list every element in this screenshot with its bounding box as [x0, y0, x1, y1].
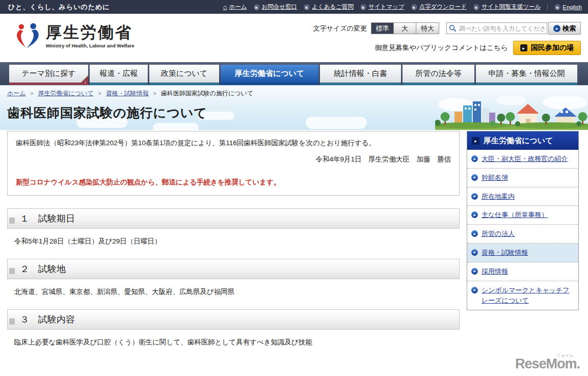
- top-link-label: よくあるご質問: [312, 3, 354, 11]
- search-go-icon: ▶: [553, 25, 560, 32]
- font-size-label: 文字サイズの変更: [313, 24, 367, 33]
- tab-label: 統計情報・白書: [334, 69, 387, 78]
- logo-subtitle: Ministry of Health, Labour and Welfare: [46, 43, 135, 48]
- section-heading-text: １ 試験期日: [20, 212, 75, 225]
- sidebar-item-symbol-mark[interactable]: ▶ シンボルマークとキャッチフレーズについて: [467, 281, 578, 310]
- search-icon: [449, 24, 457, 32]
- search-input[interactable]: [446, 22, 547, 34]
- square-bullet-icon: [9, 268, 15, 274]
- section-heading: １ 試験期日: [7, 208, 460, 229]
- section-heading-text: ３ 試験内容: [20, 313, 75, 326]
- tab-applications[interactable]: 申請・募集・情報公開: [476, 65, 577, 85]
- font-size-buttons: 標準 大 特大: [371, 22, 439, 34]
- sidebar-item-label: 資格・試験情報: [482, 248, 528, 258]
- square-arrow-icon: ▶: [520, 44, 527, 51]
- tab-statistics[interactable]: 統計情報・白書: [320, 65, 401, 85]
- top-link-faq[interactable]: ▶ よくあるご質問: [304, 3, 354, 11]
- public-comment-row: 御意見募集やパブリックコメントはこちら ▶ 国民参加の場: [375, 41, 581, 55]
- top-link-accessibility-tool[interactable]: ▶ サイト閲覧支援ツール: [473, 3, 541, 11]
- sidebar-item-label: 幹部名簿: [482, 173, 508, 183]
- breadcrumb: ホーム ＞ 厚生労働省について ＞ 資格・試験情報 ＞ 歯科医師国家試験の施行に…: [0, 86, 588, 98]
- section-body: 令和5年1月28日（土曜日）及び29日（日曜日）: [14, 237, 460, 246]
- section-heading: ２ 試験地: [7, 259, 460, 279]
- top-link-contact[interactable]: ▶ お問合せ窓口: [254, 3, 298, 11]
- sidebar-item-qualification-info[interactable]: ▶ 資格・試験情報: [467, 244, 578, 262]
- breadcrumb-home[interactable]: ホーム: [7, 89, 26, 98]
- sidebar-item-corporations[interactable]: ▶ 所管の法人: [467, 225, 578, 244]
- arrow-circle-icon: ▶: [471, 287, 478, 293]
- sidebar-item-duties[interactable]: ▶ 主な仕事（所掌事務）: [467, 206, 578, 225]
- intro-box: 歯科医師法（昭和23年法律第202号）第10条第1項の規定により、第116回歯科…: [7, 131, 460, 196]
- tab-label: 厚生労働省について: [235, 69, 304, 78]
- search-button-label: 検索: [563, 24, 576, 33]
- resemom-watermark: リセマム ReseMom.: [515, 356, 580, 372]
- tab-about-mhlw[interactable]: 厚生労働省について: [221, 65, 318, 85]
- top-link-home[interactable]: ⌂ ホーム: [223, 3, 247, 11]
- home-icon: ⌂: [223, 4, 227, 10]
- title-band: ホーム ＞ 厚生労働省について ＞ 資格・試験情報 ＞ 歯科医師国家試験の施行に…: [0, 85, 588, 130]
- tab-laws[interactable]: 所管の法令等: [403, 65, 474, 85]
- square-bullet-icon: [9, 318, 15, 325]
- font-size-xlarge-button[interactable]: 特大: [416, 23, 439, 34]
- mhlw-logo[interactable]: 厚生労働省 Ministry of Health, Labour and Wel…: [13, 20, 135, 52]
- arrow-circle-icon: ▶: [471, 268, 478, 275]
- citizen-participation-button[interactable]: ▶ 国民参加の場: [513, 41, 581, 55]
- covid-notice: 新型コロナウイルス感染拡大防止の観点から、郵送による手続きを推奨しています。: [16, 177, 451, 187]
- arrow-circle-icon: ▶: [471, 174, 478, 181]
- top-link-label: ホーム: [229, 3, 247, 11]
- mhlw-heart-logo-icon: [13, 22, 42, 50]
- tab-policy[interactable]: 政策について: [149, 65, 219, 85]
- site-header: 厚生労働省 Ministry of Health, Labour and Wel…: [0, 14, 588, 62]
- section-exam-location: ２ 試験地 北海道、宮城県、東京都、新潟県、愛知県、大阪府、広島県及び福岡県: [7, 259, 460, 297]
- section-exam-date: １ 試験期日 令和5年1月28日（土曜日）及び29日（日曜日）: [7, 208, 460, 246]
- public-comment-text: 御意見募集やパブリックコメントはこちら: [375, 43, 508, 52]
- breadcrumb-separator: ＞: [29, 89, 35, 98]
- arrow-circle-icon: ▶: [304, 4, 310, 10]
- font-size-standard-button[interactable]: 標準: [371, 23, 394, 34]
- arrow-circle-icon: ▶: [471, 211, 478, 218]
- logo-text: 厚生労働省 Ministry of Health, Labour and Wel…: [46, 24, 135, 48]
- tab-label: テーマ別に探す: [21, 69, 75, 78]
- top-link-label: サイト閲覧支援ツール: [482, 3, 541, 11]
- section-heading: ３ 試験内容: [7, 309, 460, 330]
- top-link-label: 点字ダウンロード: [419, 3, 467, 11]
- top-link-sitemap[interactable]: ▶ サイトマップ: [360, 3, 405, 11]
- resemom-ruby: リセマム: [557, 353, 574, 358]
- sidebar-item-executives[interactable]: ▶ 幹部名簿: [467, 169, 578, 187]
- arrow-circle-icon: ▶: [554, 4, 560, 10]
- main-column: 歯科医師法（昭和23年法律第202号）第10条第1項の規定により、第116回歯科…: [7, 131, 460, 358]
- sidebar-item-location[interactable]: ▶ 所在地案内: [467, 187, 578, 206]
- breadcrumb-about-mhlw[interactable]: 厚生労働省について: [38, 89, 94, 98]
- arrow-circle-icon: ▶: [473, 4, 479, 10]
- top-link-label: お問合せ窓口: [262, 3, 298, 11]
- breadcrumb-qualification-info[interactable]: 資格・試験情報: [106, 89, 149, 98]
- tab-theme-search[interactable]: テーマ別に探す ↓: [9, 65, 88, 85]
- page-title: 歯科医師国家試験の施行について: [7, 104, 588, 121]
- search-button[interactable]: ▶ 検索: [548, 22, 581, 35]
- breadcrumb-separator: ＞: [152, 89, 158, 98]
- fontsize-search-row: 文字サイズの変更 標準 大 特大 ▶ 検索: [313, 22, 581, 35]
- sidebar-item-label: 所在地案内: [482, 192, 515, 202]
- arrow-square-icon: ▶: [472, 137, 479, 145]
- section-exam-content: ３ 試験内容 臨床上必要な歯科医学及び口腔（くう）衛生に関して、歯科医師として具…: [7, 309, 460, 347]
- header-tools: 文字サイズの変更 標準 大 特大 ▶ 検索 御意見募集やパブリックコメントはこち…: [313, 22, 581, 62]
- top-link-english[interactable]: ▶ English: [554, 4, 582, 10]
- sidebar-item-recruitment[interactable]: ▶ 採用情報: [467, 262, 578, 281]
- sidebar-item-label: 大臣・副大臣・政務官の紹介: [482, 154, 568, 165]
- sidebar-title: 厚生労働省について: [484, 136, 553, 146]
- sidebar-header[interactable]: ▶ 厚生労働省について: [467, 131, 578, 150]
- arrow-circle-icon: ▶: [411, 4, 417, 10]
- breadcrumb-separator: ＞: [97, 89, 103, 98]
- top-link-label: English: [563, 4, 582, 10]
- font-size-large-button[interactable]: 大: [394, 23, 416, 34]
- top-link-braille-download[interactable]: ▶ 点字ダウンロード: [411, 3, 467, 11]
- content-area: 歯科医師法（昭和23年法律第202号）第10条第1項の規定により、第116回歯科…: [0, 130, 588, 358]
- tab-press[interactable]: 報道・広報: [90, 65, 148, 85]
- sidebar-item-ministers[interactable]: ▶ 大臣・副大臣・政務官の紹介: [467, 150, 578, 169]
- cloud-shape: [153, 123, 199, 130]
- section-body: 臨床上必要な歯科医学及び口腔（くう）衛生に関して、歯科医師として具有すべき知識及…: [14, 338, 460, 347]
- intro-date-line: 令和4年9月1日 厚生労働大臣 加藤 勝信: [16, 154, 451, 165]
- theme-tab-corner: [78, 75, 88, 85]
- resemom-text: ReseMom.: [515, 356, 580, 371]
- tab-label: 申請・募集・情報公開: [489, 69, 565, 78]
